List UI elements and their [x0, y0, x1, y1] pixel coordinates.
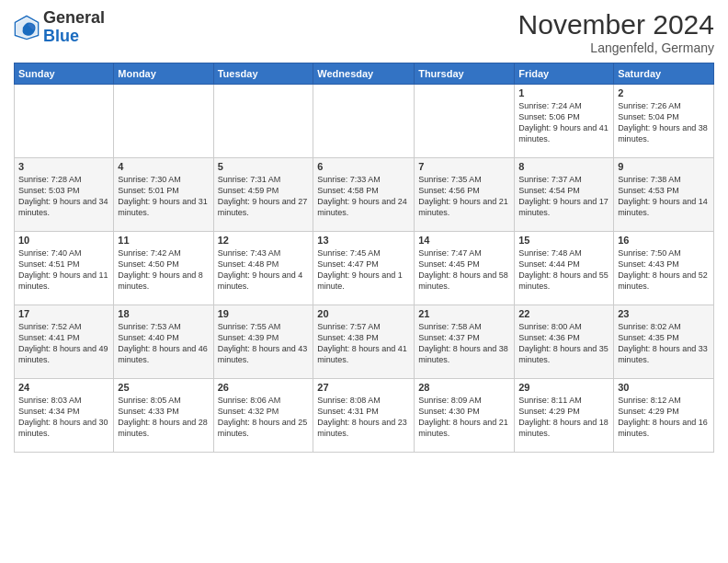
- logo-general: General: [43, 8, 105, 27]
- calendar-week-row: 1Sunrise: 7:24 AM Sunset: 5:06 PM Daylig…: [15, 85, 714, 158]
- day-info: Sunrise: 7:52 AM Sunset: 4:41 PM Dayligh…: [18, 321, 109, 366]
- day-number: 12: [218, 235, 310, 246]
- table-row: 13Sunrise: 7:45 AM Sunset: 4:47 PM Dayli…: [313, 232, 415, 305]
- day-info: Sunrise: 7:57 AM Sunset: 4:38 PM Dayligh…: [317, 321, 410, 366]
- day-number: 2: [618, 87, 710, 98]
- day-info: Sunrise: 7:28 AM Sunset: 5:03 PM Dayligh…: [18, 174, 109, 219]
- day-info: Sunrise: 7:50 AM Sunset: 4:43 PM Dayligh…: [618, 247, 710, 293]
- day-number: 19: [218, 308, 310, 319]
- table-row: 6Sunrise: 7:33 AM Sunset: 4:58 PM Daylig…: [313, 158, 415, 232]
- day-number: 30: [618, 382, 710, 393]
- table-row: 16Sunrise: 7:50 AM Sunset: 4:43 PM Dayli…: [614, 232, 714, 305]
- calendar-table: Sunday Monday Tuesday Wednesday Thursday…: [14, 63, 714, 453]
- table-row: 28Sunrise: 8:09 AM Sunset: 4:30 PM Dayli…: [415, 379, 515, 453]
- col-friday: Friday: [515, 63, 614, 85]
- table-row: 22Sunrise: 8:00 AM Sunset: 4:36 PM Dayli…: [515, 305, 614, 379]
- table-row: 1Sunrise: 7:24 AM Sunset: 5:06 PM Daylig…: [515, 85, 614, 158]
- day-info: Sunrise: 7:48 AM Sunset: 4:44 PM Dayligh…: [518, 247, 609, 293]
- generalblue-logo-icon: [14, 15, 40, 40]
- day-number: 10: [18, 235, 109, 246]
- day-number: 23: [618, 308, 710, 319]
- col-tuesday: Tuesday: [213, 63, 313, 85]
- table-row: 21Sunrise: 7:58 AM Sunset: 4:37 PM Dayli…: [415, 305, 515, 379]
- day-info: Sunrise: 7:30 AM Sunset: 5:01 PM Dayligh…: [118, 174, 209, 219]
- table-row: 12Sunrise: 7:43 AM Sunset: 4:48 PM Dayli…: [213, 232, 313, 305]
- day-info: Sunrise: 7:24 AM Sunset: 5:06 PM Dayligh…: [518, 100, 609, 145]
- table-row: 17Sunrise: 7:52 AM Sunset: 4:41 PM Dayli…: [15, 305, 114, 379]
- calendar-header-row: Sunday Monday Tuesday Wednesday Thursday…: [15, 63, 714, 85]
- table-row: 8Sunrise: 7:37 AM Sunset: 4:54 PM Daylig…: [515, 158, 614, 232]
- day-info: Sunrise: 7:43 AM Sunset: 4:48 PM Dayligh…: [218, 247, 310, 293]
- day-info: Sunrise: 8:00 AM Sunset: 4:36 PM Dayligh…: [518, 321, 609, 366]
- day-number: 16: [618, 235, 710, 246]
- day-number: 26: [218, 382, 310, 393]
- logo-text: General Blue: [43, 9, 105, 46]
- table-row: [415, 85, 515, 158]
- day-number: 21: [418, 308, 510, 319]
- header: General Blue November 2024 Langenfeld, G…: [14, 9, 714, 55]
- page: General Blue November 2024 Langenfeld, G…: [0, 0, 728, 563]
- logo-blue: Blue: [43, 27, 79, 45]
- day-number: 15: [518, 235, 609, 246]
- day-info: Sunrise: 7:42 AM Sunset: 4:50 PM Dayligh…: [118, 247, 209, 293]
- day-info: Sunrise: 7:38 AM Sunset: 4:53 PM Dayligh…: [618, 174, 710, 219]
- col-monday: Monday: [114, 63, 213, 85]
- calendar-week-row: 17Sunrise: 7:52 AM Sunset: 4:41 PM Dayli…: [15, 305, 714, 379]
- day-info: Sunrise: 8:11 AM Sunset: 4:29 PM Dayligh…: [518, 395, 609, 440]
- col-wednesday: Wednesday: [313, 63, 415, 85]
- col-saturday: Saturday: [614, 63, 714, 85]
- day-number: 18: [118, 308, 209, 319]
- table-row: 3Sunrise: 7:28 AM Sunset: 5:03 PM Daylig…: [15, 158, 114, 232]
- day-info: Sunrise: 7:33 AM Sunset: 4:58 PM Dayligh…: [317, 174, 410, 219]
- day-number: 6: [317, 161, 410, 172]
- table-row: [313, 85, 415, 158]
- day-number: 28: [418, 382, 510, 393]
- day-number: 11: [118, 235, 209, 246]
- day-number: 20: [317, 308, 410, 319]
- table-row: 25Sunrise: 8:05 AM Sunset: 4:33 PM Dayli…: [114, 379, 213, 453]
- table-row: 5Sunrise: 7:31 AM Sunset: 4:59 PM Daylig…: [213, 158, 313, 232]
- table-row: [15, 85, 114, 158]
- day-info: Sunrise: 8:08 AM Sunset: 4:31 PM Dayligh…: [317, 395, 410, 440]
- table-row: 23Sunrise: 8:02 AM Sunset: 4:35 PM Dayli…: [614, 305, 714, 379]
- day-number: 27: [317, 382, 410, 393]
- day-info: Sunrise: 8:03 AM Sunset: 4:34 PM Dayligh…: [18, 395, 109, 440]
- table-row: 27Sunrise: 8:08 AM Sunset: 4:31 PM Dayli…: [313, 379, 415, 453]
- day-number: 4: [118, 161, 209, 172]
- day-info: Sunrise: 8:06 AM Sunset: 4:32 PM Dayligh…: [218, 395, 310, 440]
- day-info: Sunrise: 8:09 AM Sunset: 4:30 PM Dayligh…: [418, 395, 510, 440]
- day-info: Sunrise: 7:37 AM Sunset: 4:54 PM Dayligh…: [518, 174, 609, 219]
- day-info: Sunrise: 7:35 AM Sunset: 4:56 PM Dayligh…: [418, 174, 510, 219]
- day-info: Sunrise: 7:26 AM Sunset: 5:04 PM Dayligh…: [618, 100, 710, 145]
- table-row: 18Sunrise: 7:53 AM Sunset: 4:40 PM Dayli…: [114, 305, 213, 379]
- day-info: Sunrise: 8:05 AM Sunset: 4:33 PM Dayligh…: [118, 395, 209, 440]
- table-row: 15Sunrise: 7:48 AM Sunset: 4:44 PM Dayli…: [515, 232, 614, 305]
- day-number: 5: [218, 161, 310, 172]
- day-number: 8: [518, 161, 609, 172]
- table-row: [213, 85, 313, 158]
- day-info: Sunrise: 7:31 AM Sunset: 4:59 PM Dayligh…: [218, 174, 310, 219]
- calendar-week-row: 10Sunrise: 7:40 AM Sunset: 4:51 PM Dayli…: [15, 232, 714, 305]
- day-number: 17: [18, 308, 109, 319]
- logo: General Blue: [14, 9, 105, 46]
- month-title: November 2024: [518, 9, 714, 40]
- table-row: 10Sunrise: 7:40 AM Sunset: 4:51 PM Dayli…: [15, 232, 114, 305]
- day-info: Sunrise: 7:40 AM Sunset: 4:51 PM Dayligh…: [18, 247, 109, 293]
- day-number: 14: [418, 235, 510, 246]
- col-thursday: Thursday: [415, 63, 515, 85]
- table-row: 19Sunrise: 7:55 AM Sunset: 4:39 PM Dayli…: [213, 305, 313, 379]
- table-row: 30Sunrise: 8:12 AM Sunset: 4:29 PM Dayli…: [614, 379, 714, 453]
- day-info: Sunrise: 7:55 AM Sunset: 4:39 PM Dayligh…: [218, 321, 310, 366]
- day-number: 1: [518, 87, 609, 98]
- day-number: 29: [518, 382, 609, 393]
- day-info: Sunrise: 7:47 AM Sunset: 4:45 PM Dayligh…: [418, 247, 510, 293]
- table-row: 29Sunrise: 8:11 AM Sunset: 4:29 PM Dayli…: [515, 379, 614, 453]
- table-row: 2Sunrise: 7:26 AM Sunset: 5:04 PM Daylig…: [614, 85, 714, 158]
- table-row: 7Sunrise: 7:35 AM Sunset: 4:56 PM Daylig…: [415, 158, 515, 232]
- day-number: 13: [317, 235, 410, 246]
- table-row: 11Sunrise: 7:42 AM Sunset: 4:50 PM Dayli…: [114, 232, 213, 305]
- table-row: 26Sunrise: 8:06 AM Sunset: 4:32 PM Dayli…: [213, 379, 313, 453]
- table-row: [114, 85, 213, 158]
- day-number: 22: [518, 308, 609, 319]
- day-number: 7: [418, 161, 510, 172]
